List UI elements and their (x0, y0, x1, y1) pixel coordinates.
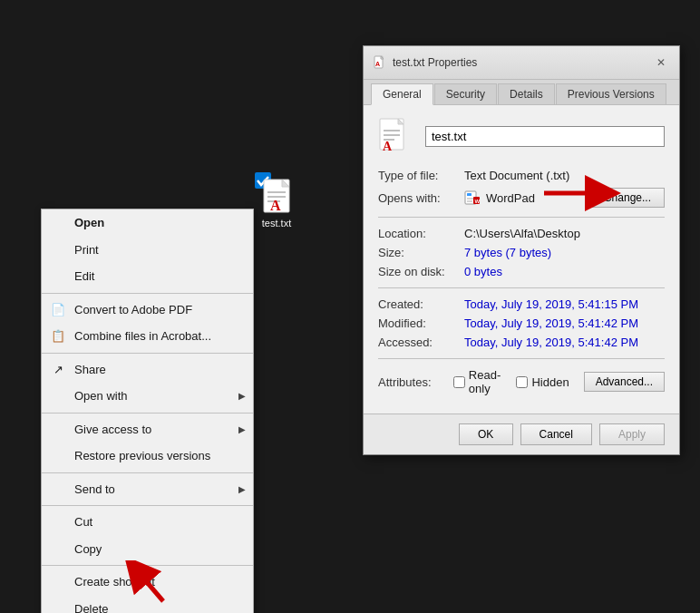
apply-button[interactable]: Apply (599, 423, 665, 445)
menu-item-open[interactable]: Open (42, 209, 253, 237)
acrobat-icon: 📋 (49, 327, 67, 345)
file-header: A (378, 118, 665, 154)
print-label: Print (74, 241, 99, 259)
dialog-titlebar: A test.txt Properties ✕ (364, 46, 679, 80)
wordpad-icon: W (464, 190, 481, 206)
menu-item-print[interactable]: Print (42, 237, 253, 264)
delete-label: Delete (74, 600, 109, 614)
tab-general[interactable]: General (371, 83, 433, 105)
send-to-arrow: ▶ (238, 482, 246, 496)
location-row: Location: C:\Users\Alfa\Desktop (378, 227, 665, 240)
divider-props-3 (378, 358, 665, 359)
divider-props-2 (378, 287, 665, 288)
change-button[interactable]: Change... (590, 188, 665, 208)
divider-1 (42, 293, 253, 294)
menu-item-cut[interactable]: Cut (42, 509, 253, 536)
properties-dialog: A test.txt Properties ✕ General Security… (363, 45, 680, 455)
size-on-disk-row: Size on disk: 0 bytes (378, 265, 665, 278)
opens-with-app: WordPad (486, 191, 535, 205)
modified-value: Today, July 19, 2019, 5:41:42 PM (464, 316, 665, 330)
type-of-file-value: Text Document (.txt) (464, 169, 665, 182)
accessed-row: Accessed: Today, July 19, 2019, 5:41:42 … (378, 336, 665, 349)
menu-item-edit[interactable]: Edit (42, 263, 253, 290)
menu-item-combine[interactable]: 📋 Combine files in Acrobat... (42, 323, 253, 350)
menu-item-copy[interactable]: Copy (42, 536, 253, 563)
dialog-footer: OK Cancel Apply (364, 414, 679, 454)
created-value: Today, July 19, 2019, 5:41:15 PM (464, 297, 665, 311)
copy-label: Copy (74, 540, 102, 559)
cut-label: Cut (74, 513, 92, 531)
svg-text:A: A (375, 61, 380, 67)
context-menu: Open Print Edit 📄 Convert to Adobe PDF 📋… (41, 209, 254, 613)
edit-label: Edit (74, 268, 94, 286)
open-label: Open (74, 214, 104, 232)
file-header-icon-svg: A (378, 118, 414, 154)
share-label: Share (74, 361, 106, 379)
type-of-file-row: Type of file: Text Document (.txt) (378, 169, 665, 182)
menu-item-share[interactable]: ↗ Share (42, 356, 253, 384)
readonly-checkbox[interactable] (453, 376, 465, 388)
divider-props-1 (378, 217, 665, 218)
attributes-row: Attributes: Read-only Hidden Advanced... (378, 368, 665, 395)
dialog-close-button[interactable]: ✕ (652, 54, 670, 72)
size-on-disk-value: 0 bytes (464, 265, 665, 278)
accessed-label: Accessed: (378, 336, 464, 349)
open-with-arrow: ▶ (238, 389, 246, 403)
advanced-button[interactable]: Advanced... (584, 372, 665, 392)
menu-item-give-access[interactable]: Give access to ▶ (42, 416, 253, 443)
created-label: Created: (378, 297, 464, 311)
dialog-tabs: General Security Details Previous Versio… (364, 80, 679, 105)
cancel-button[interactable]: Cancel (520, 423, 592, 445)
send-to-label: Send to (74, 481, 115, 499)
open-with-label: Open with (74, 387, 128, 405)
menu-item-send-to[interactable]: Send to ▶ (42, 476, 253, 503)
desktop-filename: test.txt (262, 218, 291, 229)
tab-security[interactable]: Security (434, 83, 497, 104)
accessed-value: Today, July 19, 2019, 5:41:42 PM (464, 336, 665, 349)
attributes-label: Attributes: (378, 375, 439, 389)
divider-2 (42, 353, 253, 354)
give-access-arrow: ▶ (238, 423, 246, 436)
modified-label: Modified: (378, 316, 464, 330)
location-value: C:\Users\Alfa\Desktop (464, 227, 665, 240)
menu-item-create-shortcut[interactable]: Create shortcut (42, 569, 253, 596)
pdf-icon: 📄 (49, 300, 67, 318)
hidden-checkbox[interactable] (516, 376, 528, 388)
desktop-file-icon[interactable]: A test.txt (245, 172, 308, 229)
divider-6 (42, 565, 253, 566)
menu-item-delete[interactable]: Delete (42, 596, 253, 614)
size-value: 7 bytes (7 bytes) (464, 246, 665, 259)
divider-4 (42, 472, 253, 473)
hidden-checkbox-label[interactable]: Hidden (516, 375, 569, 389)
readonly-label: Read-only (469, 368, 502, 395)
menu-item-open-with[interactable]: Open with ▶ (42, 383, 253, 410)
readonly-checkbox-label[interactable]: Read-only (453, 368, 502, 395)
tab-details[interactable]: Details (498, 83, 555, 104)
divider-3 (42, 413, 253, 414)
size-row: Size: 7 bytes (7 bytes) (378, 246, 665, 259)
filename-input[interactable] (425, 126, 665, 147)
opens-with-value: W WordPad (464, 190, 590, 206)
ok-button[interactable]: OK (459, 423, 513, 445)
svg-rect-17 (467, 193, 472, 196)
dialog-title-left: A test.txt Properties (373, 55, 477, 70)
svg-text:A: A (270, 198, 281, 213)
dialog-title-text: test.txt Properties (393, 56, 477, 69)
svg-text:A: A (383, 140, 393, 153)
share-icon: ↗ (49, 360, 67, 378)
svg-text:W: W (475, 199, 481, 204)
menu-item-restore-prev[interactable]: Restore previous versions (42, 443, 253, 470)
location-label: Location: (378, 227, 464, 240)
dialog-body: A Type of file: Text Document (.txt) Ope… (364, 105, 679, 414)
size-on-disk-label: Size on disk: (378, 265, 464, 278)
opens-with-label: Opens with: (378, 191, 464, 205)
menu-item-convert-pdf[interactable]: 📄 Convert to Adobe PDF (42, 297, 253, 324)
opens-with-row: Opens with: W WordPad Change... (378, 188, 665, 208)
file-icon-svg: A (255, 172, 298, 216)
restore-prev-label: Restore previous versions (74, 447, 210, 465)
hidden-label: Hidden (531, 375, 569, 389)
convert-pdf-label: Convert to Adobe PDF (74, 301, 192, 319)
size-label: Size: (378, 246, 464, 259)
tab-previous-versions[interactable]: Previous Versions (556, 83, 666, 104)
divider-5 (42, 505, 253, 506)
